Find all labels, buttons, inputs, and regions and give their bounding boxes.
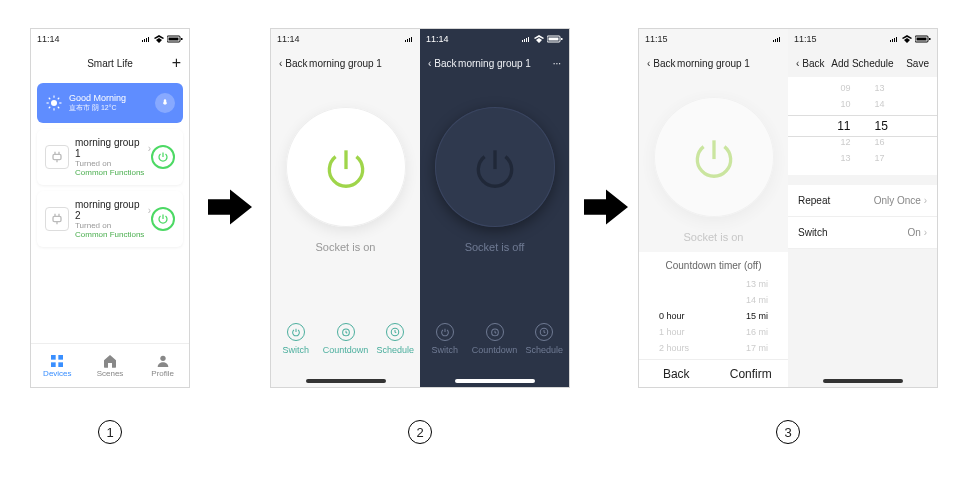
navbar: ‹Back morning group 1 ··· [420, 49, 569, 77]
socket-status: Socket is on [271, 241, 420, 253]
bottom-tabs: Switch Countdown Schedule [420, 323, 569, 369]
chevron-right-icon: › [924, 195, 927, 206]
tab-label: Profile [151, 369, 174, 378]
back-button[interactable]: ‹Back [647, 58, 676, 69]
row-value: On [908, 227, 921, 238]
tab-label: Switch [432, 345, 459, 355]
grid-icon [49, 353, 65, 369]
tab-bar: Devices Scenes Profile [31, 343, 189, 387]
socket-status: Socket is on [639, 231, 788, 243]
weather-banner[interactable]: Good Morning 直布市 阴 12°C [37, 83, 183, 123]
power-icon [321, 142, 371, 192]
banner-title: Good Morning [69, 93, 155, 104]
status-time: 11:15 [645, 34, 668, 44]
device-card-1[interactable]: morning group 1› Turned on Common Functi… [37, 129, 183, 185]
add-button[interactable]: + [172, 54, 181, 72]
tab-schedule[interactable]: Schedule [519, 323, 569, 369]
device-card-2[interactable]: morning group 2› Turned on Common Functi… [37, 191, 183, 247]
tab-scenes[interactable]: Scenes [84, 344, 137, 387]
tab-label: Scenes [97, 369, 124, 378]
step-badge-3: 3 [776, 420, 800, 444]
svg-rect-20 [51, 355, 56, 360]
back-button[interactable]: ‹Back [279, 58, 308, 69]
status-indicators [889, 35, 931, 43]
navbar: ‹Back morning group 1 [271, 49, 420, 77]
tab-label: Countdown [472, 345, 518, 355]
svg-rect-21 [59, 355, 64, 360]
navbar: ‹Back Add Schedule Save [788, 49, 937, 77]
arrow-icon [208, 185, 252, 229]
device-name: morning group 2 [75, 199, 145, 221]
power-toggle[interactable] [151, 207, 175, 231]
chevron-left-icon: ‹ [279, 58, 282, 69]
power-button[interactable] [286, 107, 406, 227]
svg-line-8 [49, 98, 51, 100]
sheet-title: Countdown timer (off) [639, 252, 788, 279]
banner-subtitle: 直布市 阴 12°C [69, 104, 155, 112]
person-icon [155, 353, 171, 369]
more-button[interactable]: ··· [553, 58, 561, 69]
panel-2-right: 11:14 ‹Back morning group 1 ··· Socket i… [420, 29, 569, 387]
svg-point-3 [51, 100, 57, 106]
panel-3-right: 11:15 ‹Back Add Schedule Save 0913 1014 … [788, 29, 937, 387]
row-value: Only Once [874, 195, 921, 206]
status-bar: 11:14 [31, 29, 189, 49]
chevron-right-icon: › [148, 205, 151, 216]
chevron-left-icon: ‹ [647, 58, 650, 69]
device-status: Turned on [75, 159, 151, 168]
svg-rect-23 [59, 362, 64, 367]
chevron-right-icon: › [148, 143, 151, 154]
status-time: 11:15 [794, 34, 817, 44]
svg-rect-33 [917, 38, 927, 41]
save-button[interactable]: Save [906, 58, 929, 69]
tab-label: Schedule [525, 345, 563, 355]
common-functions-link[interactable]: Common Functions [75, 230, 151, 239]
tab-countdown[interactable]: Countdown [470, 323, 520, 369]
svg-rect-28 [549, 38, 559, 41]
clock-icon [386, 323, 404, 341]
sheet-confirm-button[interactable]: Confirm [714, 360, 789, 387]
time-wheel[interactable]: 13 mi 14 mi 0 hour15 mi 1 hour16 mi 2 ho… [639, 279, 788, 359]
step-badge-2: 2 [408, 420, 432, 444]
power-icon [287, 323, 305, 341]
tab-devices[interactable]: Devices [31, 344, 84, 387]
switch-row[interactable]: Switch On › [788, 217, 937, 249]
back-button[interactable]: ‹Back [796, 58, 825, 69]
repeat-row[interactable]: Repeat Only Once › [788, 185, 937, 217]
power-button[interactable] [435, 107, 555, 227]
back-button[interactable]: ‹Back [428, 58, 457, 69]
common-functions-link[interactable]: Common Functions [75, 168, 151, 177]
panel-3-left: 11:15 ‹Back morning group 1 Socket is on… [639, 29, 788, 387]
chevron-left-icon: ‹ [428, 58, 431, 69]
step-badge-1: 1 [98, 420, 122, 444]
chevron-right-icon: › [924, 227, 927, 238]
panel-2-left: 11:14 ‹Back morning group 1 Socket is on… [271, 29, 420, 387]
tab-switch[interactable]: Switch [271, 323, 321, 369]
svg-rect-16 [53, 216, 61, 221]
status-bar: 11:15 [639, 29, 788, 49]
tab-profile[interactable]: Profile [136, 344, 189, 387]
row-label: Switch [798, 227, 827, 238]
home-indicator [306, 379, 386, 383]
panel-2-phone: 11:14 ‹Back morning group 1 Socket is on… [270, 28, 570, 388]
chevron-left-icon: ‹ [796, 58, 799, 69]
tab-countdown[interactable]: Countdown [321, 323, 371, 369]
mic-button[interactable] [155, 93, 175, 113]
row-label: Repeat [798, 195, 830, 206]
device-name: morning group 1 [75, 137, 145, 159]
power-toggle[interactable] [151, 145, 175, 169]
tab-label: Countdown [323, 345, 369, 355]
power-icon [689, 132, 739, 182]
svg-rect-1 [169, 38, 179, 41]
schedule-time-picker[interactable]: 0913 1014 1115 1216 1317 [788, 77, 937, 175]
status-time: 11:14 [37, 34, 60, 44]
bottom-tabs: Switch Countdown Schedule [271, 323, 420, 369]
arrow-icon [584, 185, 628, 229]
svg-rect-2 [181, 38, 183, 40]
home-icon [102, 353, 118, 369]
svg-line-10 [49, 107, 51, 109]
tab-label: Switch [283, 345, 310, 355]
tab-switch[interactable]: Switch [420, 323, 470, 369]
tab-schedule[interactable]: Schedule [370, 323, 420, 369]
sheet-cancel-button[interactable]: Back [639, 360, 714, 387]
